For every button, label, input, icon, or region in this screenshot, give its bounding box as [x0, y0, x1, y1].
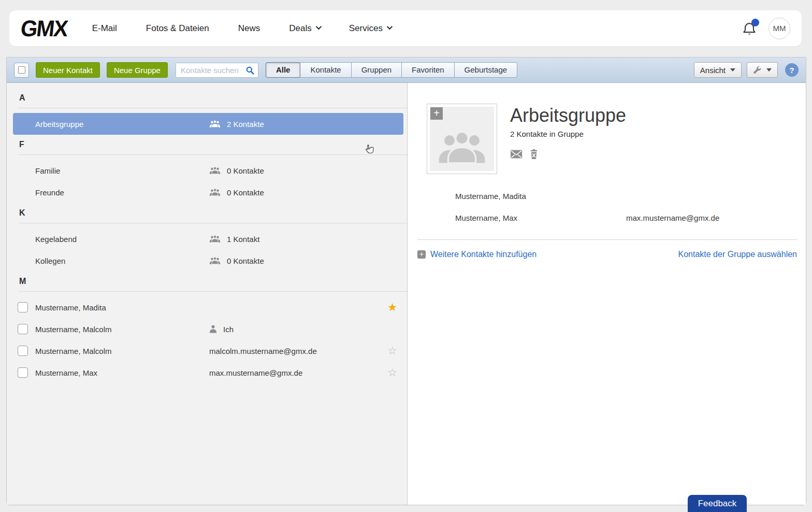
contact-name: Mustername, Max	[35, 368, 97, 377]
group-icon	[209, 235, 221, 243]
contact-name: Mustername, Malcolm	[35, 347, 112, 355]
group-icon	[209, 257, 221, 265]
person-icon	[209, 325, 217, 333]
favorite-star-icon[interactable]: ☆	[387, 367, 397, 378]
settings-dropdown-button[interactable]	[747, 62, 778, 78]
nav-item-email[interactable]: E-Mail	[92, 23, 117, 34]
filter-tabs: Alle Kontakte Gruppen Favoriten Geburtst…	[266, 62, 517, 78]
section-k: K Kegelabend 1 Kontakt Kollegen	[7, 203, 407, 272]
contact-name: Mustername, Malcolm	[35, 325, 112, 334]
checkbox-box	[18, 66, 25, 74]
member-row-madita[interactable]: Mustername, Madita	[408, 185, 806, 207]
new-group-button[interactable]: Neue Gruppe	[107, 62, 168, 78]
section-letter: K	[7, 206, 407, 220]
contact-name: Mustername, Madita	[35, 303, 106, 312]
add-photo-button[interactable]: +	[430, 107, 443, 120]
gmx-contacts-page: { "brand": { "logo": "GMX" }, "header": …	[0, 0, 812, 512]
group-actions	[510, 149, 538, 159]
group-photo-box: +	[427, 104, 497, 174]
list-item-contact-madita[interactable]: Mustername, Madita ★	[7, 296, 407, 318]
section-f: F Familie 0 Kontakte Freunde	[7, 135, 407, 203]
tab-alle[interactable]: Alle	[266, 62, 301, 78]
chevron-down-icon	[315, 24, 321, 30]
trash-icon	[530, 149, 538, 159]
wrench-icon	[753, 66, 762, 75]
list-item-familie[interactable]: Familie 0 Kontakte	[7, 160, 407, 181]
group-name: Kegelabend	[35, 235, 77, 244]
new-contact-button[interactable]: Neuer Kontakt	[36, 62, 100, 78]
tab-geburtstage[interactable]: Geburtstage	[454, 62, 518, 78]
group-icon	[437, 130, 487, 166]
section-m: M Mustername, Madita ★ Mustername, Malco…	[7, 272, 407, 383]
contact-checkbox[interactable]	[18, 346, 28, 356]
avatar[interactable]: MM	[769, 18, 790, 39]
envelope-icon	[510, 150, 523, 159]
divider	[19, 154, 407, 155]
divider	[19, 291, 407, 292]
favorite-star-icon[interactable]: ☆	[387, 346, 397, 356]
list-item-arbeitsgruppe[interactable]: Arbeitsgruppe	[13, 113, 403, 135]
group-member-list: Mustername, Madita Mustername, Max max.m…	[408, 185, 806, 229]
list-item-contact-malcolm-ich[interactable]: Mustername, Malcolm Ich	[7, 318, 407, 340]
list-item-freunde[interactable]: Freunde 0 Kontakte	[7, 181, 407, 203]
group-count: 0 Kontakte	[227, 166, 264, 175]
select-all-checkbox[interactable]	[14, 63, 29, 78]
tab-kontakte[interactable]: Kontakte	[300, 62, 351, 78]
favorite-star-icon[interactable]: ★	[387, 302, 397, 312]
contact-checkbox[interactable]	[18, 324, 28, 334]
contact-checkbox[interactable]	[18, 302, 28, 312]
toolbar-right: Ansicht ?	[694, 62, 799, 78]
view-dropdown-button[interactable]: Ansicht	[694, 62, 742, 78]
plus-icon: +	[417, 250, 426, 259]
chevron-down-icon	[387, 24, 393, 30]
contact-checkbox[interactable]	[18, 367, 28, 378]
group-count: 0 Kontakte	[227, 188, 264, 197]
notification-dot	[751, 19, 759, 26]
divider	[19, 108, 407, 108]
contact-email: max.mustername@gmx.de	[209, 368, 302, 377]
member-name: Mustername, Max	[455, 214, 517, 222]
group-count: 2 Kontakte	[227, 120, 264, 129]
divider	[19, 223, 407, 223]
caret-down-icon	[766, 68, 772, 72]
tab-gruppen[interactable]: Gruppen	[351, 62, 402, 78]
member-email: max.mustername@gmx.de	[626, 214, 719, 222]
group-icon	[209, 120, 221, 128]
group-subtitle: 2 Kontakte in Gruppe	[510, 130, 584, 138]
select-group-contacts-link[interactable]: Kontakte der Gruppe auswählen	[678, 250, 797, 259]
group-name: Arbeitsgruppe	[35, 120, 83, 129]
search-box	[176, 63, 258, 78]
group-count: 0 Kontakte	[227, 257, 264, 265]
list-item-contact-max[interactable]: Mustername, Max max.mustername@gmx.de ☆	[7, 362, 407, 383]
group-name: Familie	[35, 166, 60, 175]
feedback-button[interactable]: Feedback	[688, 495, 747, 512]
list-item-contact-malcolm-email[interactable]: Mustername, Malcolm malcolm.mustername@g…	[7, 340, 407, 362]
tab-favoriten[interactable]: Favoriten	[401, 62, 455, 78]
contacts-toolbar: Neuer Kontakt Neue Gruppe Alle Kontakte …	[7, 58, 806, 83]
notifications-button[interactable]	[742, 21, 757, 36]
nav-item-services[interactable]: Services	[349, 23, 391, 34]
group-links: + Weitere Kontakte hinzufügen Kontakte d…	[417, 250, 797, 259]
list-item-kollegen[interactable]: Kollegen 0 Kontakte	[7, 250, 407, 272]
main-nav: E-Mail Fotos & Dateien News Deals Servic…	[92, 23, 391, 34]
delete-group-button[interactable]	[530, 149, 538, 159]
section-letter: F	[7, 138, 407, 151]
help-button[interactable]: ?	[785, 63, 799, 77]
list-item-kegelabend[interactable]: Kegelabend 1 Kontakt	[7, 228, 407, 250]
group-name: Freunde	[35, 188, 64, 197]
content-panes: A Arbeitsgruppe	[7, 83, 806, 505]
add-contacts-link[interactable]: + Weitere Kontakte hinzufügen	[417, 250, 536, 259]
gmx-logo[interactable]: GMX	[19, 15, 68, 41]
search-icon[interactable]	[245, 66, 255, 75]
section-letter: M	[7, 275, 407, 288]
contacts-app-window: Neuer Kontakt Neue Gruppe Alle Kontakte …	[6, 57, 806, 505]
group-detail-pane: + Arbeitsgruppe 2 Kontakte in Gruppe	[408, 83, 806, 505]
group-name: Kollegen	[35, 257, 65, 265]
nav-item-news[interactable]: News	[238, 23, 260, 34]
nav-item-deals[interactable]: Deals	[289, 23, 320, 34]
group-icon	[209, 166, 221, 175]
send-mail-button[interactable]	[510, 150, 523, 159]
member-row-max[interactable]: Mustername, Max max.mustername@gmx.de	[408, 207, 806, 229]
nav-item-fotos[interactable]: Fotos & Dateien	[146, 23, 209, 34]
section-a: A Arbeitsgruppe	[7, 88, 407, 135]
